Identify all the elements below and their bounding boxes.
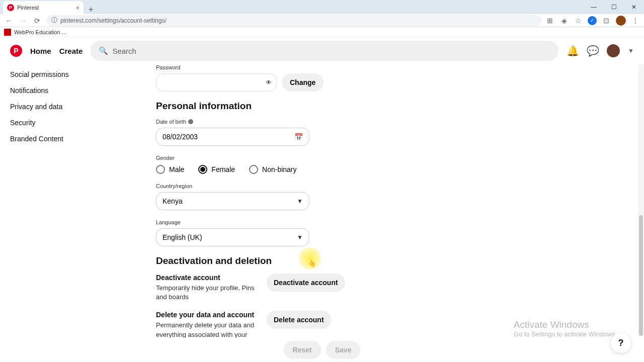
country-label: Country/region: [156, 183, 634, 189]
delete-account-button[interactable]: Delete account: [267, 311, 331, 329]
nav-create[interactable]: Create: [59, 47, 83, 55]
language-select[interactable]: English (UK) ▼: [156, 228, 309, 246]
extension-icon[interactable]: ◈: [559, 16, 569, 25]
calendar-icon: 📅: [294, 133, 303, 141]
browser-tab[interactable]: P Pinterest ×: [3, 1, 84, 14]
radio-icon: [249, 165, 258, 174]
watermark-subtitle: Go to Settings to activate Windows.: [514, 330, 617, 338]
extension-badge[interactable]: ✓: [588, 16, 597, 25]
messages-icon[interactable]: 💬: [587, 45, 599, 57]
dob-input[interactable]: 08/02/2003 📅: [156, 128, 309, 146]
extensions-icon[interactable]: ⊡: [602, 16, 611, 25]
sidebar-item-security[interactable]: Security: [8, 115, 143, 131]
account-menu-chevron[interactable]: ▼: [628, 47, 634, 54]
change-password-button[interactable]: Change: [282, 73, 324, 92]
deactivate-desc: Temporarily hide your profile, Pins and …: [156, 284, 257, 302]
close-window-button[interactable]: ✕: [624, 0, 644, 14]
scrollbar-track[interactable]: [638, 64, 644, 336]
language-label: Language: [156, 219, 634, 225]
save-button[interactable]: Save: [326, 341, 361, 359]
radio-selected-icon: [198, 165, 207, 174]
nav-home[interactable]: Home: [30, 47, 51, 55]
bookmark-star-icon[interactable]: ☆: [574, 16, 583, 25]
delete-title: Delete your data and account: [156, 311, 257, 319]
settings-content: Password 👁 Change Personal information D…: [151, 64, 644, 362]
bookmark-favicon: [4, 29, 11, 36]
radio-icon: [156, 165, 165, 174]
pinterest-logo[interactable]: P: [10, 45, 22, 57]
back-button[interactable]: ←: [4, 16, 14, 26]
browser-profile-avatar[interactable]: [616, 16, 626, 26]
app-header: P Home Create 🔍 Search 🔔 💬 ▼: [0, 37, 644, 64]
menu-icon[interactable]: ⋮: [631, 16, 640, 25]
tab-bar: P Pinterest × +: [0, 0, 644, 14]
url-field[interactable]: ⓘ pinterest.com/settings/account-setting…: [46, 15, 541, 26]
pinterest-favicon: P: [7, 4, 14, 11]
search-placeholder: Search: [112, 47, 136, 55]
main-content: Social permissions Notifications Privacy…: [0, 64, 644, 362]
watermark-title: Activate Windows: [514, 319, 617, 330]
install-icon[interactable]: ⊞: [545, 16, 554, 25]
footer-actions: Reset Save: [0, 338, 644, 362]
new-tab-button[interactable]: +: [84, 5, 98, 14]
country-value: Kenya: [163, 197, 183, 205]
maximize-button[interactable]: ☐: [604, 0, 624, 14]
dob-value: 08/02/2003: [163, 133, 198, 141]
reload-button[interactable]: ⟳: [32, 16, 42, 26]
gender-radio-group: Male Female Non-binary: [156, 165, 634, 174]
notifications-icon[interactable]: 🔔: [567, 45, 579, 57]
site-info-icon[interactable]: ⓘ: [51, 16, 57, 25]
window-controls: — ☐ ✕: [584, 0, 644, 14]
sidebar-item-notifications[interactable]: Notifications: [8, 82, 143, 99]
url-text: pinterest.com/settings/account-settings/: [60, 17, 167, 24]
deactivation-heading: Deactivation and deletion: [156, 255, 634, 266]
password-label: Password: [156, 64, 634, 70]
bookmark-item[interactable]: WebPro Education ...: [14, 29, 66, 35]
chevron-down-icon: ▼: [297, 234, 303, 241]
minimize-button[interactable]: —: [584, 0, 604, 14]
sidebar-item-branded-content[interactable]: Branded Content: [8, 131, 143, 147]
show-password-icon[interactable]: 👁: [266, 79, 272, 86]
windows-watermark: Activate Windows Go to Settings to activ…: [514, 319, 617, 338]
gender-label: Gender: [156, 155, 634, 161]
sidebar-item-social-permissions[interactable]: Social permissions: [8, 66, 143, 82]
personal-info-heading: Personal information: [156, 101, 634, 112]
language-value: English (UK): [163, 233, 202, 241]
settings-sidebar: Social permissions Notifications Privacy…: [0, 64, 151, 362]
browser-chrome: P Pinterest × + — ☐ ✕ ← → ⟳ ⓘ pinterest.…: [0, 0, 644, 27]
close-icon[interactable]: ×: [75, 4, 79, 12]
bookmark-bar: WebPro Education ...: [0, 27, 644, 37]
reset-button[interactable]: Reset: [284, 341, 321, 359]
forward-button[interactable]: →: [18, 16, 28, 26]
deactivate-account-button[interactable]: Deactivate account: [267, 274, 345, 292]
sidebar-item-privacy-data[interactable]: Privacy and data: [8, 99, 143, 115]
scrollbar-thumb[interactable]: [639, 215, 643, 336]
info-icon[interactable]: [188, 119, 193, 124]
password-field[interactable]: [156, 73, 277, 92]
gender-nonbinary-option[interactable]: Non-binary: [249, 165, 296, 174]
deactivate-title: Deactivate account: [156, 274, 257, 282]
search-input[interactable]: 🔍 Search: [91, 41, 558, 61]
chevron-down-icon: ▼: [297, 198, 303, 205]
address-bar: ← → ⟳ ⓘ pinterest.com/settings/account-s…: [0, 14, 644, 27]
tab-title: Pinterest: [17, 5, 39, 11]
gender-male-option[interactable]: Male: [156, 165, 184, 174]
search-icon: 🔍: [99, 46, 108, 55]
user-avatar[interactable]: [607, 44, 620, 57]
gender-female-option[interactable]: Female: [198, 165, 235, 174]
help-button[interactable]: ?: [611, 333, 631, 353]
dob-label: Date of birth: [156, 119, 634, 125]
country-select[interactable]: Kenya ▼: [156, 192, 309, 210]
